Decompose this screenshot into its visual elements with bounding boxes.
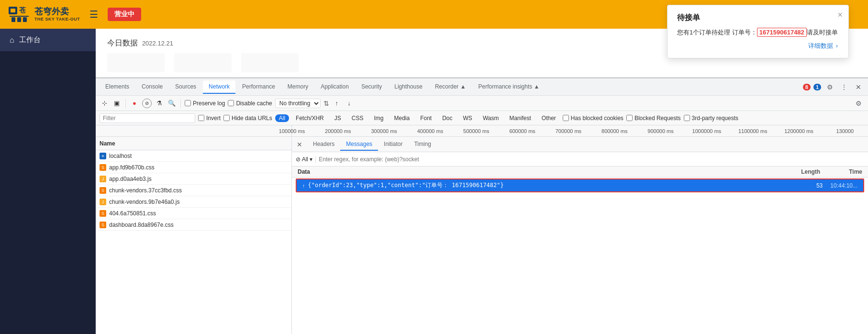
filter-chip-manifest[interactable]: Manifest (505, 114, 534, 122)
upload-icon[interactable]: ↑ (332, 99, 342, 108)
network-split: Name ≡ localhost S app.fd9b670b.css J ap… (96, 137, 868, 334)
message-badge: 1 (813, 84, 821, 90)
filter-chip-all[interactable]: All (275, 114, 289, 122)
network-settings-icon[interactable]: ⚙ (853, 98, 864, 109)
toolbar-separator-1 (125, 99, 126, 108)
file-list: Name ≡ localhost S app.fd9b670b.css J ap… (96, 137, 292, 334)
filter-chip-css[interactable]: CSS (348, 114, 367, 122)
devtools-tab-memory[interactable]: Memory (282, 80, 314, 94)
file-item-localhost[interactable]: ≡ localhost (96, 150, 291, 162)
timeline-mark-6: 700000 ms (556, 128, 581, 134)
timeline-mark-0: 100000 ms (279, 128, 305, 134)
file-item-app-css[interactable]: S app.fd9b670b.css (96, 162, 291, 173)
timeline-header: 100000 ms 200000 ms 300000 ms 400000 ms … (96, 125, 868, 137)
file-type-icon-css1: S (100, 164, 106, 171)
hide-data-urls-checkbox[interactable]: Hide data URLs (223, 115, 272, 122)
svg-rect-1 (11, 9, 15, 12)
filter-input[interactable] (100, 113, 195, 123)
data-card-3 (241, 53, 299, 72)
file-item-chunk-vendors-js[interactable]: J chunk-vendors.9b7e46a0.js (96, 196, 291, 208)
file-list-header: Name (96, 137, 291, 150)
preserve-log-checkbox[interactable]: Preserve log (185, 100, 225, 107)
status-badge: 营业中 (108, 8, 141, 21)
download-icon[interactable]: ↓ (345, 99, 354, 108)
app-logo: 苍 苍穹外卖 THE SKY TAKE-OUT (8, 5, 80, 24)
msg-tab-timing[interactable]: Timing (408, 138, 437, 151)
file-item-404-css[interactable]: S 404.6a750851.css (96, 208, 291, 219)
notification-body: 您有1个订单待处理 订单号：1671590617482请及时接单 (677, 28, 839, 38)
disable-cache-checkbox[interactable]: Disable cache (228, 100, 272, 107)
devtools-tab-security[interactable]: Security (356, 80, 388, 94)
third-party-requests-checkbox[interactable]: 3rd-party requests (684, 115, 738, 122)
devtools-tab-network[interactable]: Network (203, 80, 235, 94)
col-length-header: Length (801, 168, 820, 175)
devtools-tab-sources[interactable]: Sources (169, 80, 202, 94)
blocked-requests-checkbox[interactable]: Blocked Requests (626, 115, 681, 122)
file-item-dashboard-css[interactable]: S dashboard.8da8967e.css (96, 219, 291, 231)
message-filter-input[interactable] (319, 156, 864, 163)
file-item-app-js[interactable]: J app.d0aa4eb3.js (96, 173, 291, 185)
message-filter-sep (315, 156, 316, 163)
notification-popup: × 待接单 您有1个订单待处理 订单号：1671590617482请及时接单 详… (667, 5, 849, 58)
devtools-tab-application[interactable]: Application (315, 80, 355, 94)
close-devtools-icon[interactable]: ✕ (853, 81, 864, 93)
filter-chip-ws[interactable]: WS (459, 114, 476, 122)
notification-close-button[interactable]: × (837, 10, 843, 20)
data-row-item-0[interactable]: ↑ {"orderId":23,"type":1,"content":"订单号：… (296, 178, 864, 192)
svg-rect-4 (11, 17, 15, 22)
msg-tab-headers[interactable]: Headers (307, 138, 340, 151)
filter-chip-fetchxhr[interactable]: Fetch/XHR (292, 114, 328, 122)
devtools-tab-performance[interactable]: Performance (236, 80, 281, 94)
app-header: 苍 苍穹外卖 THE SKY TAKE-OUT ☰ 营业中 × 待接单 您有1个… (0, 0, 868, 29)
has-blocked-cookies-checkbox[interactable]: Has blocked cookies (563, 115, 623, 122)
main-layout: ⌂ 工作台 今日数据 2022.12.21 Elements Console S… (0, 29, 868, 334)
message-panel-close-icon[interactable]: ✕ (296, 140, 303, 149)
throttle-select[interactable]: No throttling (275, 99, 321, 108)
devtools-tab-perf-insights[interactable]: Performance insights ▲ (473, 80, 545, 94)
row-time: 10:44:10... (830, 182, 857, 189)
devtools-tab-lighthouse[interactable]: Lighthouse (389, 80, 428, 94)
filter-chip-other[interactable]: Other (538, 114, 560, 122)
row-arrow-icon: ↑ (302, 183, 305, 189)
data-section-header: Data Length Time (292, 167, 868, 178)
timeline-mark-12: 130000 (836, 128, 854, 134)
cursor-tool-icon[interactable]: ⊹ (100, 99, 109, 108)
filter-chip-img[interactable]: Img (370, 114, 387, 122)
msg-tab-messages[interactable]: Messages (340, 138, 378, 151)
file-type-icon-css4: S (100, 222, 106, 228)
filter-chip-media[interactable]: Media (390, 114, 413, 122)
logo-icon: 苍 (8, 5, 31, 24)
filter-chip-js[interactable]: JS (331, 114, 345, 122)
network-toolbar: ⊹ ▣ ● ⊘ ⚗ 🔍 Preserve log Disable cache N… (96, 96, 868, 111)
search-icon[interactable]: 🔍 (167, 99, 177, 108)
settings-icon[interactable]: ⚙ (824, 81, 835, 93)
clear-button[interactable]: ⊘ (142, 99, 152, 108)
row-length: 53 (816, 182, 823, 189)
sidebar-item-workbench[interactable]: ⌂ 工作台 (0, 29, 96, 51)
timeline-mark-1: 200000 ms (325, 128, 351, 134)
filter-chip-wasm[interactable]: Wasm (479, 114, 503, 122)
svg-rect-5 (17, 17, 21, 22)
timeline-mark-2: 300000 ms (371, 128, 397, 134)
svg-rect-6 (23, 17, 27, 22)
devtools-tab-elements[interactable]: Elements (100, 80, 135, 94)
file-item-chunk-vendors-css[interactable]: S chunk-vendors.37cc3fbd.css (96, 185, 291, 196)
sidebar: ⌂ 工作台 (0, 29, 96, 334)
filter-icon[interactable]: ⚗ (155, 99, 164, 108)
timeline-mark-9: 1000000 ms (692, 128, 722, 134)
svg-text:苍: 苍 (19, 6, 26, 14)
notification-detail-link[interactable]: 详细数据 › (677, 42, 839, 50)
record-button[interactable]: ● (130, 99, 139, 108)
more-options-icon[interactable]: ⋮ (838, 81, 850, 93)
message-filter-all[interactable]: ⊘ All ▾ (296, 156, 312, 163)
sidebar-item-label: 工作台 (19, 35, 41, 45)
filter-chip-font[interactable]: Font (416, 114, 435, 122)
data-card-2 (174, 53, 232, 72)
invert-checkbox[interactable]: Invert (198, 115, 221, 122)
menu-icon[interactable]: ☰ (89, 9, 98, 20)
devtools-tab-recorder[interactable]: Recorder ▲ (429, 80, 472, 94)
msg-tab-initiator[interactable]: Initiator (378, 138, 408, 151)
filter-chip-doc[interactable]: Doc (438, 114, 456, 122)
devtools-tab-console[interactable]: Console (136, 80, 168, 94)
box-icon[interactable]: ▣ (112, 99, 122, 108)
